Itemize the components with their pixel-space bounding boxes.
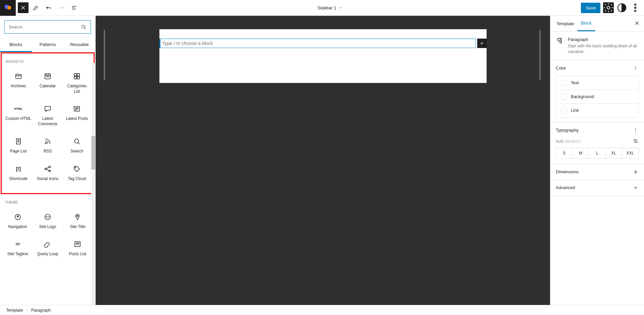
tag-icon xyxy=(73,165,81,173)
typography-section-header[interactable]: Typography xyxy=(550,123,644,138)
canvas-scroll-indicator-right xyxy=(539,30,541,80)
block-archives[interactable]: Archives xyxy=(4,67,33,99)
inserter-scrollbar-thumb[interactable] xyxy=(91,136,95,170)
color-section-header[interactable]: Color xyxy=(550,60,644,76)
breadcrumb-current[interactable]: Paragraph xyxy=(31,308,51,313)
block-posts-list[interactable]: Posts List xyxy=(63,235,93,262)
tab-blocks[interactable]: Blocks xyxy=(0,38,32,52)
svg-point-38 xyxy=(75,139,79,143)
tab-patterns[interactable]: Patterns xyxy=(32,38,64,52)
color-swatch-text xyxy=(560,80,567,86)
font-size-buttons: S M L XL XXL xyxy=(556,148,639,159)
block-inserter-panel: Blocks Patterns Reusable WIDGETS Archive… xyxy=(0,16,96,305)
save-button[interactable]: Save xyxy=(581,3,600,13)
document-title[interactable]: Sidebar 1 xyxy=(80,5,581,10)
color-swatch-background xyxy=(560,93,567,100)
more-options-button[interactable] xyxy=(630,2,641,13)
settings-panel: Template Block Paragraph Start with the … xyxy=(550,16,644,305)
size-xxl[interactable]: XXL xyxy=(622,148,638,158)
svg-line-39 xyxy=(78,143,80,144)
svg-point-11 xyxy=(635,7,636,8)
block-query-loop[interactable]: Query Loop xyxy=(33,235,62,262)
svg-point-2 xyxy=(6,6,7,7)
styles-button[interactable] xyxy=(616,2,627,13)
close-settings-button[interactable] xyxy=(633,19,641,29)
tab-block[interactable]: Block xyxy=(578,16,595,31)
block-search-box[interactable] xyxy=(4,20,91,34)
block-calendar[interactable]: Calendar xyxy=(33,67,62,99)
edit-tool-button[interactable] xyxy=(31,2,41,13)
color-swatch-link xyxy=(560,107,567,114)
sliders-icon xyxy=(633,138,639,144)
dimensions-section-header[interactable]: Dimensions xyxy=(550,164,644,180)
block-shortcode[interactable]: [/]Shortcode xyxy=(4,160,33,187)
archives-icon xyxy=(14,72,22,80)
advanced-section: Advanced xyxy=(550,180,644,196)
dimensions-section: Dimensions xyxy=(550,164,644,180)
chevron-down-icon xyxy=(338,5,343,10)
block-site-title[interactable]: Site Title xyxy=(63,208,93,235)
query-loop-icon xyxy=(44,240,52,248)
block-page-list[interactable]: Page List xyxy=(4,132,33,160)
svg-point-13 xyxy=(82,25,85,28)
svg-line-14 xyxy=(85,28,86,29)
block-latest-comments[interactable]: Latest Comments xyxy=(33,99,62,132)
document-title-text: Sidebar 1 xyxy=(317,5,336,10)
app-logo[interactable] xyxy=(0,0,16,16)
widgets-highlight: WIDGETS Archives Calendar Categories Lis… xyxy=(1,52,95,194)
undo-button[interactable] xyxy=(43,2,54,13)
breadcrumb-root[interactable]: Template xyxy=(6,308,23,313)
color-link-row[interactable]: Link xyxy=(556,103,639,118)
widget-area-sidebar[interactable]: Type / to choose a block xyxy=(159,29,487,83)
calendar-icon xyxy=(44,72,52,80)
settings-button[interactable] xyxy=(603,2,614,13)
svg-point-50 xyxy=(77,215,78,217)
tab-template[interactable]: Template xyxy=(553,16,578,31)
color-background-row[interactable]: Background xyxy=(556,90,639,104)
block-rss[interactable]: RSS xyxy=(33,132,62,160)
more-vertical-icon[interactable] xyxy=(633,127,639,133)
breadcrumb: Template › Paragraph xyxy=(0,305,644,315)
inserter-scrollbar-track[interactable] xyxy=(91,63,95,305)
tab-reusable[interactable]: Reusable xyxy=(63,38,95,52)
redo-icon xyxy=(58,4,65,11)
block-search[interactable]: Search xyxy=(62,132,92,160)
svg-rect-26 xyxy=(77,74,80,76)
size-xl[interactable]: XL xyxy=(606,148,622,158)
more-vertical-icon[interactable] xyxy=(633,65,639,71)
block-social-icons[interactable]: Social Icons xyxy=(33,160,62,187)
redo-button[interactable] xyxy=(56,2,67,13)
color-text-row[interactable]: Text xyxy=(556,76,639,90)
block-site-logo[interactable]: Site Logo xyxy=(33,208,62,235)
add-block-button[interactable] xyxy=(477,39,487,48)
block-custom-html[interactable]: HTMLCustom HTML xyxy=(4,99,33,132)
blocks-list[interactable]: WIDGETS Archives Calendar Categories Lis… xyxy=(0,52,95,305)
svg-point-12 xyxy=(635,10,636,11)
size-s[interactable]: S xyxy=(556,148,573,158)
size-custom-toggle[interactable] xyxy=(633,138,639,145)
block-navigation[interactable]: Navigation xyxy=(3,208,33,235)
section-widgets-header: WIDGETS xyxy=(4,53,92,67)
undo-icon xyxy=(45,4,52,11)
svg-point-45 xyxy=(75,167,76,168)
block-tag-cloud[interactable]: Tag Cloud xyxy=(62,160,92,187)
size-m[interactable]: M xyxy=(573,148,589,158)
search-icon xyxy=(81,24,87,30)
block-site-tagline[interactable]: Site Tagline xyxy=(3,235,33,262)
list-view-button[interactable] xyxy=(69,2,80,13)
block-search-input[interactable] xyxy=(9,25,81,30)
svg-point-24 xyxy=(48,76,49,77)
block-latest-posts[interactable]: Latest Posts xyxy=(62,99,92,132)
breadcrumb-separator: › xyxy=(27,308,28,313)
empty-paragraph-block[interactable]: Type / to choose a block xyxy=(159,39,476,48)
plus-icon[interactable] xyxy=(633,169,639,175)
svg-point-61 xyxy=(635,68,636,69)
advanced-section-header[interactable]: Advanced xyxy=(550,180,644,195)
contrast-icon xyxy=(616,2,627,13)
editor-canvas[interactable]: Type / to choose a block xyxy=(96,16,550,305)
close-inserter-button[interactable] xyxy=(18,2,29,13)
top-toolbar: Sidebar 1 Save xyxy=(0,0,644,16)
paragraph-icon xyxy=(556,37,564,45)
size-l[interactable]: L xyxy=(589,148,605,158)
block-categories[interactable]: Categories List xyxy=(62,67,92,99)
